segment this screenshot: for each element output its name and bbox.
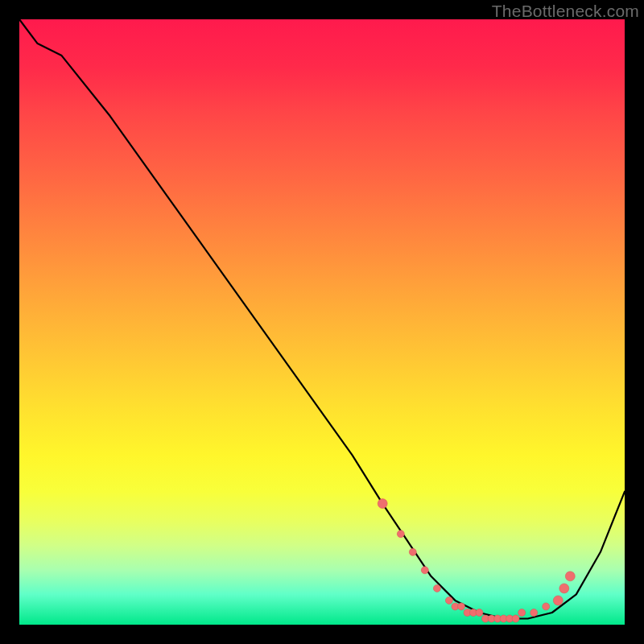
- chart-frame: TheBottleneck.com: [0, 0, 644, 644]
- bottleneck-curve: [19, 19, 625, 619]
- dot: [378, 499, 387, 509]
- plot-area: [19, 19, 625, 625]
- dot: [565, 572, 575, 581]
- dot: [553, 596, 563, 605]
- dot: [530, 609, 538, 617]
- dot: [409, 548, 416, 555]
- dot: [458, 603, 465, 610]
- dot: [445, 597, 452, 604]
- optimal-range-dots: [378, 499, 575, 622]
- curve-layer: [19, 19, 625, 625]
- dot: [421, 567, 428, 574]
- dot: [512, 615, 519, 622]
- dot: [433, 584, 440, 592]
- dot: [559, 584, 569, 593]
- watermark-text: TheBottleneck.com: [492, 2, 639, 21]
- dot: [543, 603, 550, 610]
- dot: [476, 609, 483, 617]
- dot: [518, 609, 526, 617]
- dot: [397, 530, 404, 538]
